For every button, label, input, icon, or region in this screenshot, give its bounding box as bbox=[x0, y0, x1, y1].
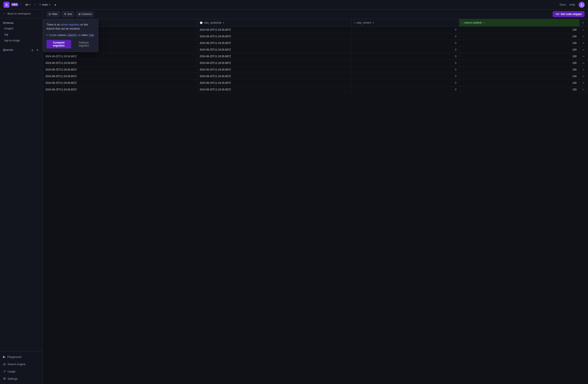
cell-edit-3: ✏ bbox=[579, 46, 588, 53]
cell-newcol-2: 100 bbox=[459, 40, 579, 46]
image2-label: image2 bbox=[4, 27, 14, 30]
table-row: 2024-06-25T11:19:26.687Z 2024-06-25T11:1… bbox=[43, 27, 588, 33]
cell-edit-2: ✏ bbox=[579, 40, 588, 46]
cell-version-5: 0 bbox=[351, 60, 459, 66]
active-migration-link[interactable]: active migration bbox=[61, 23, 80, 26]
cell-newcol-3: 100 bbox=[459, 46, 579, 53]
table-row: 2024-06-25T11:19:26.687Z 2024-06-25T11:1… bbox=[43, 66, 588, 73]
search-engine-label: Search engine bbox=[7, 363, 25, 366]
cell-version-8: 0 bbox=[351, 80, 459, 86]
edit-row-button-5[interactable]: ✏ bbox=[582, 61, 586, 65]
queries-search-icon[interactable]: ⌕ bbox=[30, 48, 35, 52]
edit-row-button-2[interactable]: ✏ bbox=[582, 41, 586, 45]
nav-separator-1: / bbox=[20, 3, 21, 7]
help-link[interactable]: Help bbox=[569, 3, 575, 6]
col-label-newcol: newcol (added) bbox=[464, 21, 482, 24]
edit-row-button-1[interactable]: ✏ bbox=[582, 35, 586, 39]
cell-updatedat-2-5: 2024-06-25T11:19:26.687Z bbox=[197, 60, 351, 66]
col-newcol: # newcol (added) ▼ bbox=[459, 19, 579, 27]
cell-edit-8: ✏ bbox=[579, 80, 588, 86]
migration-popup: There is an active migration on this bra… bbox=[43, 19, 99, 52]
branch-name: main bbox=[42, 3, 48, 6]
cell-newcol-8: 100 bbox=[459, 80, 579, 86]
user-avatar[interactable]: E bbox=[579, 2, 585, 8]
col-label-updatedat-2: xata_updatedat bbox=[204, 21, 222, 24]
popup-actions: Complete migration Rollback migration bbox=[46, 40, 95, 48]
number-icon-newcol: # bbox=[462, 21, 463, 24]
sidebar-item-image2[interactable]: image2 bbox=[1, 25, 41, 31]
cell-edit-9: ✏ bbox=[579, 86, 588, 93]
queries-add-icon[interactable]: + bbox=[35, 48, 40, 52]
cell-updatedat-2-4: 2024-06-25T11:19:26.687Z bbox=[197, 53, 351, 60]
playground-icon: ▶ bbox=[3, 355, 6, 359]
docs-link[interactable]: Docs bbox=[560, 3, 566, 6]
sort-icon-newcol[interactable]: ▼ bbox=[483, 22, 485, 24]
cell-updatedat-2-6: 2024-06-25T11:19:26.687Z bbox=[197, 66, 351, 73]
topnav: D PRO / db ▾ / ⑂ main ▾ ● Docs Help E bbox=[0, 0, 588, 9]
branch-icon: ⑂ bbox=[39, 3, 41, 6]
schema-label: Schema bbox=[3, 21, 14, 24]
cell-updatedat-2-3: 2024-06-25T11:19:26.687Z bbox=[197, 46, 351, 53]
add-column-button[interactable]: + bbox=[582, 21, 584, 25]
sidebar-item-tag-to-image[interactable]: tag-to-image bbox=[1, 38, 41, 43]
cell-updatedat-1-4: 2024-06-25T11:19:26.687Z bbox=[43, 53, 197, 60]
edit-row-button-3[interactable]: ✏ bbox=[582, 48, 586, 52]
cell-edit-7: ✏ bbox=[579, 73, 588, 80]
table-container: There is an active migration on this bra… bbox=[43, 19, 588, 384]
cell-edit-0: ✏ bbox=[579, 27, 588, 33]
sidebar: ← Back to workspace Schema image2 tag ta… bbox=[0, 9, 43, 384]
toolbar: ⊟ Filter ⇅ Sort ⊞ Columns </> Get code s… bbox=[43, 9, 588, 19]
cell-edit-5: ✏ bbox=[579, 60, 588, 66]
number-icon-version: # bbox=[354, 21, 356, 24]
sidebar-item-tag[interactable]: tag bbox=[1, 31, 41, 37]
complete-migration-button[interactable]: Complete migration bbox=[46, 40, 71, 48]
cell-edit-4: ✏ bbox=[579, 53, 588, 60]
get-code-button[interactable]: </> Get code snippet bbox=[553, 11, 585, 17]
queries-section: Queries ⌕ + bbox=[0, 44, 43, 54]
sort-icon-version[interactable]: ▼ bbox=[372, 22, 374, 24]
sidebar-item-usage[interactable]: ↗ Usage bbox=[0, 368, 43, 375]
sidebar-bottom: ▶ Playground ◎ Search engine ↗ Usage ⚙ S… bbox=[0, 351, 43, 382]
cell-version-0: 0 bbox=[351, 27, 459, 33]
edit-row-button-7[interactable]: ✏ bbox=[582, 74, 586, 78]
cell-newcol-6: 100 bbox=[459, 66, 579, 73]
table-row: 2024-06-25T11:19:26.687Z 2024-06-25T11:1… bbox=[43, 86, 588, 93]
tag-to-image-label: tag-to-image bbox=[4, 39, 20, 42]
table-row: 2024-06-25T11:19:26.687Z 2024-06-25T11:1… bbox=[43, 73, 588, 80]
edit-row-button-0[interactable]: ✏ bbox=[582, 28, 586, 32]
cell-version-1: 0 bbox=[351, 33, 459, 40]
columns-button[interactable]: ⊞ Columns bbox=[76, 11, 94, 17]
branch-chevron-icon: ▾ bbox=[49, 3, 50, 6]
cell-newcol-5: 100 bbox=[459, 60, 579, 66]
rollback-migration-button[interactable]: Rollback migration bbox=[73, 40, 95, 48]
edit-row-button-6[interactable]: ✏ bbox=[582, 68, 586, 72]
sidebar-item-settings[interactable]: ⚙ Settings bbox=[0, 375, 43, 382]
sort-icon-2[interactable]: ▼ bbox=[222, 22, 225, 24]
filter-button[interactable]: ⊟ Filter bbox=[46, 11, 60, 17]
sidebar-item-playground[interactable]: ▶ Playground bbox=[0, 353, 43, 361]
branch-nav-item[interactable]: ⑂ main ▾ bbox=[38, 2, 52, 7]
datetime-icon-2: 🕐 bbox=[200, 21, 203, 24]
cell-version-7: 0 bbox=[351, 73, 459, 80]
settings-label: Settings bbox=[7, 377, 18, 380]
popup-description: There is an active migration on this bra… bbox=[46, 23, 95, 31]
cell-updatedat-1-6: 2024-06-25T11:19:26.687Z bbox=[43, 66, 197, 73]
table-row: 2024-06-25T11:19:26.687Z 2024-06-25T11:1… bbox=[43, 53, 588, 60]
sort-icon: ⇅ bbox=[64, 13, 66, 16]
search-engine-icon: ◎ bbox=[3, 362, 6, 366]
edit-row-button-8[interactable]: ✏ bbox=[582, 81, 586, 85]
table-body: 2024-06-25T11:19:26.687Z 2024-06-25T11:1… bbox=[43, 27, 588, 93]
db-nav-item[interactable]: db ▾ bbox=[23, 2, 32, 7]
edit-row-button-4[interactable]: ✏ bbox=[582, 54, 586, 59]
table-row: 2024-06-25T11:19:26.687Z 2024-06-25T11:1… bbox=[43, 46, 588, 53]
db-name: db bbox=[25, 3, 28, 6]
sidebar-item-search-engine[interactable]: ◎ Search engine bbox=[0, 361, 43, 368]
schema-section-header: Schema bbox=[0, 21, 43, 25]
sort-label: Sort bbox=[67, 13, 72, 16]
table-row: 2024-06-25T11:19:26.687Z 2024-06-25T11:1… bbox=[43, 80, 588, 86]
back-to-workspace[interactable]: ← Back to workspace bbox=[0, 9, 43, 18]
columns-icon: ⊞ bbox=[78, 13, 81, 16]
col-add: + bbox=[579, 19, 588, 27]
edit-row-button-9[interactable]: ✏ bbox=[582, 88, 586, 92]
sort-button[interactable]: ⇅ Sort bbox=[62, 11, 74, 17]
